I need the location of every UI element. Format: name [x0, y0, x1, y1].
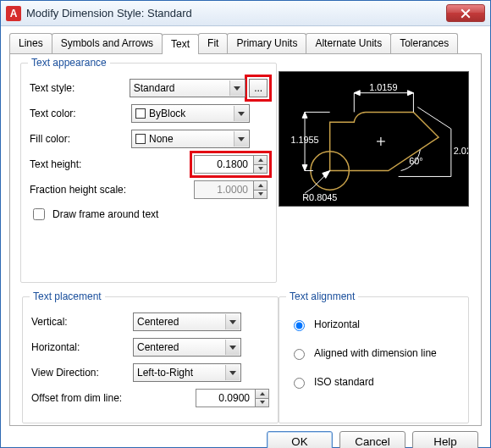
combo-text-color-value: ByBlock — [149, 108, 185, 119]
group-text-appearance: Text appearance Text style: Standard ...… — [20, 63, 277, 283]
tab-alternate-units[interactable]: Alternate Units — [306, 33, 391, 53]
combo-text-style[interactable]: Standard — [130, 79, 246, 97]
radio-horizontal[interactable] — [294, 320, 305, 331]
radio-aligned[interactable] — [294, 349, 305, 360]
label-text-style: Text style: — [30, 82, 130, 94]
checkbox-draw-frame[interactable] — [33, 208, 45, 220]
label-align-iso: ISO standard — [314, 376, 374, 388]
dimension-preview: 1.0159 1.1955 2.0207 60° — [279, 71, 469, 207]
close-icon — [461, 8, 471, 19]
tab-strip: Lines Symbols and Arrows Text Fit Primar… — [9, 33, 482, 53]
label-align-horizontal: Horizontal — [314, 318, 360, 330]
app-icon: A — [6, 6, 21, 21]
ellipsis-icon: ... — [254, 82, 262, 94]
text-style-more-button[interactable]: ... — [249, 79, 268, 97]
arrow-up-icon — [255, 389, 269, 398]
spinner-text-height[interactable] — [194, 155, 268, 174]
label-vertical: Vertical: — [31, 316, 133, 328]
combo-vertical[interactable]: Centered — [133, 312, 241, 331]
titlebar: A Modify Dimension Style: Standard — [1, 1, 490, 26]
legend-text-appearance: Text appearance — [28, 57, 110, 69]
preview-dim-left: 1.1955 — [290, 135, 318, 145]
svg-marker-7 — [407, 91, 413, 96]
chevron-down-icon — [229, 80, 244, 96]
combo-text-color[interactable]: ByBlock — [131, 104, 250, 123]
dialog-buttons: OK Cancel Help — [1, 431, 478, 448]
window-title: Modify Dimension Style: Standard — [26, 7, 446, 19]
arrow-down-icon — [253, 190, 268, 200]
label-offset: Offset from dim line: — [31, 392, 141, 404]
dialog-window: A Modify Dimension Style: Standard Lines… — [0, 0, 491, 448]
preview-dim-diag: 2.0207 — [454, 146, 468, 156]
combo-view-direction-value: Left-to-Right — [137, 367, 193, 379]
arrow-down-icon — [253, 164, 268, 174]
color-swatch-icon — [135, 108, 146, 119]
combo-view-direction[interactable]: Left-to-Right — [133, 363, 241, 382]
help-button[interactable]: Help — [412, 431, 478, 448]
spin-buttons — [253, 180, 268, 199]
label-draw-frame: Draw frame around text — [52, 208, 158, 220]
chevron-down-icon — [225, 340, 240, 355]
combo-horizontal[interactable]: Centered — [133, 338, 241, 357]
label-fill-color: Fill color: — [30, 133, 131, 145]
label-view-direction: View Direction: — [31, 367, 133, 379]
combo-fill-color[interactable]: None — [131, 130, 250, 148]
label-horizontal: Horizontal: — [31, 341, 133, 353]
legend-text-placement: Text placement — [30, 290, 105, 302]
combo-horizontal-value: Centered — [137, 341, 179, 353]
input-text-height[interactable] — [194, 155, 253, 174]
input-offset[interactable] — [196, 389, 255, 407]
label-text-color: Text color: — [30, 108, 131, 119]
combo-text-style-value: Standard — [134, 82, 175, 94]
close-button[interactable] — [446, 4, 485, 22]
preview-dim-top: 1.0159 — [369, 82, 397, 92]
label-align-aligned: Aligned with dimension line — [314, 347, 437, 359]
preview-dim-radius: R0.8045 — [302, 192, 337, 202]
chevron-down-icon — [234, 131, 248, 147]
tab-symbols-arrows[interactable]: Symbols and Arrows — [52, 33, 163, 53]
color-swatch-icon — [135, 134, 146, 144]
legend-text-alignment: Text alignment — [286, 290, 358, 302]
spinner-fraction-scale — [194, 180, 268, 199]
tab-text[interactable]: Text — [162, 34, 199, 54]
svg-marker-11 — [302, 112, 307, 118]
tab-tolerances[interactable]: Tolerances — [390, 33, 458, 53]
label-text-height: Text height: — [30, 158, 131, 170]
arrow-up-icon — [253, 155, 268, 164]
cancel-button[interactable]: Cancel — [339, 431, 405, 448]
tab-primary-units[interactable]: Primary Units — [227, 33, 306, 53]
arrow-down-icon — [255, 398, 269, 408]
spin-buttons[interactable] — [255, 389, 269, 407]
svg-marker-6 — [354, 91, 360, 96]
arrow-up-icon — [253, 180, 268, 190]
tab-lines[interactable]: Lines — [9, 33, 52, 53]
chevron-down-icon — [234, 106, 248, 121]
group-text-placement: Text placement Vertical: Centered Horizo… — [22, 296, 279, 423]
input-fraction-scale — [194, 180, 253, 199]
combo-vertical-value: Centered — [137, 316, 179, 328]
tab-fit[interactable]: Fit — [198, 33, 228, 53]
svg-line-13 — [417, 107, 451, 129]
radio-iso[interactable] — [294, 378, 305, 389]
combo-fill-color-value: None — [149, 133, 174, 145]
spinner-offset[interactable] — [196, 389, 269, 407]
preview-dim-angle: 60° — [409, 156, 422, 166]
ok-button[interactable]: OK — [267, 431, 333, 448]
chevron-down-icon — [225, 365, 240, 380]
tab-content: Text appearance Text style: Standard ...… — [9, 53, 482, 426]
svg-marker-12 — [302, 165, 307, 171]
group-text-alignment: Text alignment Horizontal Aligned with d… — [279, 296, 469, 423]
spin-buttons[interactable] — [253, 155, 268, 174]
chevron-down-icon — [225, 314, 240, 329]
label-fraction-scale: Fraction height scale: — [30, 184, 148, 196]
